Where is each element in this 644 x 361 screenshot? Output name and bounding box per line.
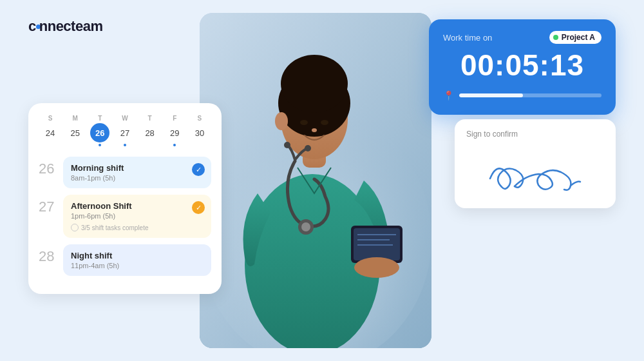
- shift-card-night[interactable]: Night shift 11pm-4am (5h): [63, 244, 211, 276]
- logo: cnnecteam: [28, 18, 102, 35]
- calendar-week: S 24 M 25 T 26 W 27 T 28: [39, 115, 211, 146]
- cal-day-col-w: W 27: [113, 115, 137, 146]
- shift-check-morning: ✓: [192, 163, 205, 176]
- signature-svg: [477, 150, 593, 195]
- shift-row-26: 26 ✓ Morning shift 8am-1pm (5h): [39, 157, 211, 188]
- shift-row-28: 28 Night shift 11pm-4am (5h): [39, 244, 211, 276]
- cal-day-col-f: F 29: [163, 115, 186, 146]
- project-name: Project A: [562, 33, 595, 42]
- shift-date-27: 27: [39, 195, 57, 215]
- svg-point-8: [300, 120, 308, 125]
- timer-progress-fill: [459, 93, 523, 97]
- cal-day-col-t2: T 28: [138, 115, 162, 146]
- logo-text: cnnecteam: [28, 18, 102, 35]
- location-icon: 📍: [443, 90, 454, 101]
- timer-card: Work time on Project A 00:05:13 📍: [429, 19, 616, 115]
- sign-card: Sign to confirm: [455, 119, 616, 208]
- svg-point-13: [284, 142, 290, 148]
- cal-day-col-m: M 25: [64, 115, 87, 146]
- cal-day-col-s1: S 24: [39, 115, 62, 146]
- sign-area[interactable]: [466, 146, 604, 198]
- timer-progress-bar: [459, 93, 601, 97]
- shift-card-afternoon[interactable]: ✓ Afternoon Shift 1pm-6pm (5h) 3/5 shift…: [63, 195, 211, 238]
- shift-title-afternoon: Afternoon Shift: [71, 201, 204, 211]
- shift-time-night: 11pm-4am (5h): [71, 262, 204, 269]
- shift-time-afternoon: 1pm-6pm (5h): [71, 212, 204, 220]
- task-icon: [71, 224, 79, 231]
- svg-point-12: [301, 222, 310, 231]
- shift-title-night: Night shift: [71, 251, 204, 260]
- svg-point-10: [312, 128, 317, 132]
- svg-point-9: [321, 120, 328, 125]
- svg-point-6: [281, 55, 348, 113]
- project-dot: [553, 35, 558, 40]
- cal-day-col-s2: S 30: [188, 115, 211, 146]
- shift-check-afternoon: ✓: [192, 201, 205, 214]
- shift-row-27: 27 ✓ Afternoon Shift 1pm-6pm (5h) 3/5 sh…: [39, 195, 211, 238]
- svg-point-7: [275, 112, 288, 130]
- svg-point-20: [354, 257, 399, 278]
- cal-days-row: S 24 M 25 T 26 W 27 T 28: [39, 115, 211, 146]
- timer-label: Work time on: [443, 33, 492, 43]
- project-badge: Project A: [549, 31, 601, 44]
- hero-photo: [200, 13, 431, 348]
- shift-title-morning: Morning shift: [71, 163, 204, 173]
- shift-time-morning: 8am-1pm (5h): [71, 174, 204, 182]
- shift-date-28: 28: [39, 244, 57, 265]
- schedule-card: S 24 M 25 T 26 W 27 T 28: [28, 103, 222, 294]
- shift-tasks: 3/5 shift tasks complete: [71, 224, 204, 231]
- svg-point-14: [305, 145, 311, 151]
- shift-date-26: 26: [39, 157, 57, 177]
- cal-day-col-t1: T 26: [88, 115, 111, 146]
- sign-label: Sign to confirm: [466, 130, 604, 139]
- shift-card-morning[interactable]: ✓ Morning shift 8am-1pm (5h): [63, 157, 211, 188]
- timer-time: 00:05:13: [443, 48, 601, 83]
